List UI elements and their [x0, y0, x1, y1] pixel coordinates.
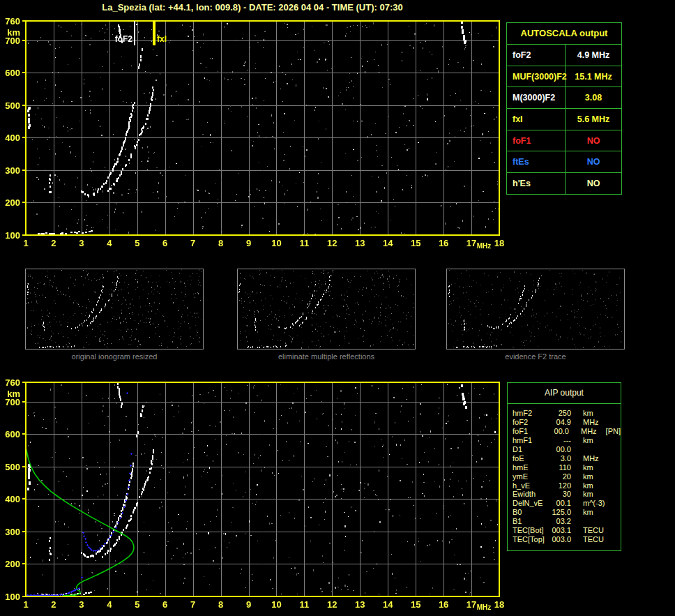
- autoscala-row-value: 15.1 MHz: [566, 66, 621, 87]
- autoscala-row: M(3000)F23.08: [507, 87, 621, 109]
- aip-row-unit: km: [583, 508, 593, 517]
- aip-row-label: h_vE: [508, 481, 549, 490]
- thumbnail-evidence-f2: [446, 269, 625, 350]
- aip-row-unit: TECU: [583, 526, 604, 535]
- aip-row-value: 125.0: [549, 508, 571, 517]
- aip-output-table: AIP output hmF2250kmfoF204.9MHzfoF100.0M…: [507, 382, 621, 551]
- aip-row-label: foF1: [508, 427, 547, 436]
- aip-row: D100.0: [508, 445, 621, 454]
- aip-row-value: 003.0: [549, 535, 571, 544]
- aip-row-label: hmF1: [508, 436, 549, 445]
- aip-row-value: 250: [549, 409, 571, 418]
- top-ionogram-canvas: [0, 14, 509, 258]
- autoscala-row-label: fxI: [507, 109, 566, 130]
- autoscala-row-value: 3.08: [566, 87, 621, 108]
- aip-row-label: hmE: [508, 463, 549, 472]
- aip-row-value: 04.9: [549, 418, 571, 427]
- autoscala-row: h'EsNO: [507, 173, 621, 195]
- aip-row-label: B1: [508, 517, 549, 526]
- aip-table-rows: hmF2250kmfoF204.9MHzfoF100.0MHz[PN]hmF1-…: [508, 404, 621, 544]
- aip-row-value: 00.0: [547, 427, 569, 436]
- aip-row-unit: km: [583, 463, 593, 472]
- aip-row: h_vE120km: [508, 481, 621, 490]
- aip-row-unit: m^(-3): [583, 499, 605, 508]
- autoscala-row-value: NO: [566, 151, 621, 172]
- autoscala-row-value: NO: [566, 130, 621, 151]
- autoscala-screen: La_Spezia (lat: +44.1, lon: 009.8) - DAT…: [0, 0, 675, 616]
- aip-row-unit: km: [583, 481, 593, 490]
- aip-row-label: TEC[Bot]: [508, 526, 549, 535]
- aip-row-label: foE: [508, 454, 549, 463]
- aip-row: hmE110km: [508, 463, 621, 472]
- aip-row-unit: MHz: [583, 418, 599, 427]
- aip-row-label: TEC[Top]: [508, 535, 549, 544]
- aip-row-label: ymE: [508, 472, 549, 481]
- aip-table-title: AIP output: [508, 383, 621, 404]
- aip-row-label: D1: [508, 445, 549, 454]
- aip-row-unit: km: [583, 409, 593, 418]
- aip-row: foE3.0MHz: [508, 454, 621, 463]
- aip-row-unit: km: [583, 490, 593, 499]
- autoscala-table-title: AUTOSCALA output: [507, 23, 621, 45]
- autoscala-row: ftEsNO: [507, 151, 621, 173]
- aip-row-value: 30: [549, 490, 571, 499]
- aip-row: TEC[Top]003.0TECU: [508, 535, 621, 544]
- autoscala-row-label: h'Es: [507, 173, 566, 195]
- aip-row-value: ---: [549, 436, 571, 445]
- aip-row-value: 20: [549, 472, 571, 481]
- autoscala-row-label: foF1: [507, 130, 566, 151]
- autoscala-row: foF1NO: [507, 130, 621, 152]
- thumbnail-eliminate-canvas: [238, 269, 415, 349]
- aip-row: B103.2: [508, 517, 621, 526]
- thumbnail-original-ionogram: [25, 269, 204, 350]
- autoscala-row: MUF(3000)F215.1 MHz: [507, 66, 621, 88]
- aip-row-label: DelN_vE: [508, 499, 549, 508]
- autoscala-table-rows: foF24.9 MHzMUF(3000)F215.1 MHzM(3000)F23…: [507, 45, 621, 195]
- aip-row-unit: MHz: [581, 427, 597, 436]
- thumbnail-eliminate-reflections: [237, 269, 416, 350]
- aip-row: TEC[Bot]003.1TECU: [508, 526, 621, 535]
- aip-row-value: 03.2: [549, 517, 571, 526]
- aip-row: foF100.0MHz[PN]: [508, 427, 621, 436]
- aip-row-label: Ewidth: [508, 490, 549, 499]
- aip-row-unit: MHz: [583, 454, 599, 463]
- autoscala-row-value: NO: [566, 173, 621, 195]
- aip-row-label: hmF2: [508, 409, 549, 418]
- aip-row-unit: km: [583, 436, 593, 445]
- aip-row-label: foF2: [508, 418, 549, 427]
- aip-row-value: 120: [549, 481, 571, 490]
- autoscala-row-value: 5.6 MHz: [566, 109, 621, 130]
- thumbnail-evidence-label: evidence F2 trace: [446, 352, 625, 361]
- thumbnail-original-label: original ionogram resized: [25, 352, 204, 361]
- thumbnail-eliminate-label: eliminate multiple reflections: [237, 352, 416, 361]
- aip-row-value: 3.0: [549, 454, 571, 463]
- autoscala-row: foF24.9 MHz: [507, 45, 621, 66]
- station-title: La_Spezia (lat: +44.1, lon: 009.8) - DAT…: [0, 2, 505, 13]
- aip-row-label: B0: [508, 508, 549, 517]
- aip-row-value: 003.1: [549, 526, 571, 535]
- autoscala-row-label: M(3000)F2: [507, 87, 566, 108]
- autoscala-output-table: AUTOSCALA output foF24.9 MHzMUF(3000)F21…: [506, 22, 622, 195]
- aip-row-value: 00.0: [549, 445, 571, 454]
- thumbnail-original-canvas: [26, 269, 203, 349]
- aip-row-value: 110: [549, 463, 571, 472]
- aip-row: ymE20km: [508, 472, 621, 481]
- aip-row: hmF2250km: [508, 409, 621, 418]
- bottom-ionogram-canvas: [0, 375, 509, 616]
- aip-row: DelN_vE00.1m^(-3): [508, 499, 621, 508]
- aip-row: B0125.0km: [508, 508, 621, 517]
- aip-row-extra: [PN]: [606, 427, 621, 436]
- aip-row-unit: TECU: [583, 535, 604, 544]
- autoscala-row-label: ftEs: [507, 151, 566, 172]
- aip-row: foF204.9MHz: [508, 418, 621, 427]
- aip-row: hmF1---km: [508, 436, 621, 445]
- aip-row-unit: km: [583, 472, 593, 481]
- autoscala-row-value: 4.9 MHz: [566, 45, 621, 66]
- autoscala-row: fxI5.6 MHz: [507, 109, 621, 130]
- aip-row: Ewidth30km: [508, 490, 621, 499]
- thumbnail-evidence-canvas: [447, 269, 624, 349]
- autoscala-row-label: MUF(3000)F2: [507, 66, 566, 87]
- autoscala-row-label: foF2: [507, 45, 566, 66]
- aip-row-value: 00.1: [549, 499, 571, 508]
